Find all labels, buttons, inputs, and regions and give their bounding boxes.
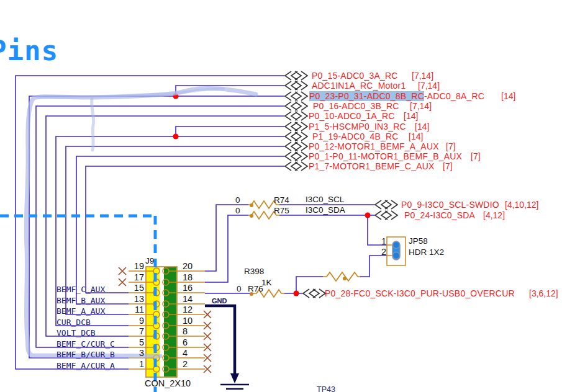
pin-number: 2 xyxy=(183,359,201,369)
pin-number: 8 xyxy=(183,326,201,336)
connector-part: CON_2X10 xyxy=(145,378,191,388)
jumper-pin-number: 1 xyxy=(368,236,386,246)
net-label: P0_15-ADC0_3A_RC xyxy=(312,71,398,81)
page-ref: [7,14] xyxy=(412,71,433,81)
net-label: P0_1-P0_11-MOTOR1_BEMF_B_AUX xyxy=(309,151,462,161)
pin-number: 16 xyxy=(183,283,201,293)
pin-number: 20 xyxy=(183,261,201,271)
page-ref: [7] xyxy=(471,151,481,161)
net-alias: I3C0_SCL xyxy=(306,195,344,204)
page-ref: [14] xyxy=(404,111,418,121)
connector-refdes: J9 xyxy=(145,256,154,265)
pin-number: 15 xyxy=(125,283,144,293)
resistor-refdes: R75 xyxy=(274,206,289,215)
jumper-pin-number: 2 xyxy=(368,247,386,257)
resistor-refdes: R398 xyxy=(244,267,264,276)
net-label: P1_19-ADC0_4B_RC xyxy=(312,131,399,141)
page-title: Pins xyxy=(0,35,58,66)
net-label: P0_10-ADC0_1A_RC xyxy=(309,111,395,121)
resistor-refdes: R76 xyxy=(248,284,263,293)
offpage-connector-icon[interactable] xyxy=(285,142,307,151)
page-ref: [14] xyxy=(415,122,429,131)
page-ref: [7] xyxy=(443,161,453,171)
offpage-connector-icon[interactable] xyxy=(375,200,397,209)
pin-number: 19 xyxy=(125,261,144,271)
pin-number: 4 xyxy=(183,348,201,358)
offpage-connector-icon[interactable] xyxy=(285,162,307,171)
pin-number: 17 xyxy=(125,272,144,282)
offpage-connector-icon[interactable] xyxy=(285,102,307,110)
net-label: ADC1IN1A_RC_Motor1 xyxy=(312,81,406,91)
net-alias: I3C0_SDA xyxy=(306,205,345,215)
page-ref: [7,14] xyxy=(418,81,440,91)
page-ref: [4,10,12] xyxy=(505,200,539,210)
offpage-connector-icon[interactable] xyxy=(285,71,307,80)
offpage-connector-icon[interactable] xyxy=(303,289,325,298)
net-label: P0_28-FC0_SCK-I3C0_PUR-USB0_OVERCUR xyxy=(325,288,515,298)
schematic-canvas: Pins P0_15-ADC0_3A_RC [7,14] ADC1IN1A_RC… xyxy=(0,0,562,392)
ground-symbol-icon xyxy=(230,373,239,383)
pin-number: 1 xyxy=(125,359,144,369)
net-label-highlight-segment: P0_23-P0_31-ADC0_8B_RC xyxy=(309,91,424,101)
net-label-left: BEMF_B/CUR_B xyxy=(57,350,115,359)
net-label-highlighted: P0_23-P0_31-ADC0_8B_RC-ADC0_8A_RC xyxy=(309,91,484,101)
jumper-jp58-symbol[interactable] xyxy=(387,237,406,265)
offpage-connector-icon[interactable] xyxy=(285,152,307,161)
net-label: P0_24-I3C0_SDA xyxy=(404,210,475,220)
resistor-refdes: R74 xyxy=(274,195,289,205)
net-label: P0_12-MOTOR1_BEMF_A_AUX xyxy=(309,141,439,151)
pin-number: 12 xyxy=(183,305,201,314)
net-label-left: VOLT_DCB xyxy=(57,328,96,337)
gnd-label: GND xyxy=(212,297,227,305)
net-label-left: BEMF_A/CUR_A xyxy=(57,361,115,370)
net-label-left: BEMF_C_AUX xyxy=(57,285,105,294)
net-label: P0_9-I3C0_SCL-SWDIO xyxy=(401,200,499,210)
page-ref: [7,14] xyxy=(410,101,432,111)
page-ref: [7] xyxy=(446,141,456,151)
pin-number: 3 xyxy=(125,348,144,358)
net-label: P0_16-ADC0_3B_RC xyxy=(313,101,399,111)
pin-number: 11 xyxy=(125,305,144,314)
page-ref: [14] xyxy=(501,91,515,101)
jumper-refdes: JP58 xyxy=(409,236,428,246)
pin-number: 18 xyxy=(183,272,201,282)
page-ref: [3,6,12] xyxy=(529,288,558,298)
resistor-r398[interactable] xyxy=(323,272,360,281)
offpage-connector-icon[interactable] xyxy=(285,81,307,90)
pin-number: 10 xyxy=(183,316,201,326)
resistor-value: 0 xyxy=(237,284,242,293)
pin-number: 13 xyxy=(125,294,144,304)
offpage-connector-icon[interactable] xyxy=(285,112,307,120)
pin-number: 6 xyxy=(183,337,201,347)
offpage-connector-icon[interactable] xyxy=(285,122,307,131)
pin-number: 14 xyxy=(183,294,201,304)
net-label: P1_5-HSCMP0_IN3_RC xyxy=(309,122,406,131)
pin-number: 7 xyxy=(125,326,144,336)
offpage-connector-icon[interactable] xyxy=(285,92,307,100)
offpage-connector-icon[interactable] xyxy=(375,211,397,220)
pin-number: 9 xyxy=(125,316,144,326)
net-label-left: CUR_DCB xyxy=(57,318,91,327)
page-ref: [14] xyxy=(409,131,423,141)
net-label-rest: -ADC0_8A_RC xyxy=(424,91,484,101)
offpage-connector-icon[interactable] xyxy=(285,132,307,141)
resistor-value: 0 xyxy=(235,206,240,215)
testpoint-refdes: TP43 xyxy=(317,385,335,392)
net-label-left: BEMF_C/CUR_C xyxy=(57,339,115,349)
net-label: P1_7-MOTOR1_BEMF_C_AUX xyxy=(309,161,435,171)
page-ref: [4,12] xyxy=(483,210,505,220)
net-label-left: BEMF_B_AUX xyxy=(57,296,105,305)
resistor-value: 0 xyxy=(235,195,240,205)
net-label-left: BEMF_A_AUX xyxy=(57,306,105,316)
jumper-part: HDR 1X2 xyxy=(409,247,444,257)
pin-number: 5 xyxy=(125,337,144,347)
gnd-net xyxy=(205,306,249,389)
